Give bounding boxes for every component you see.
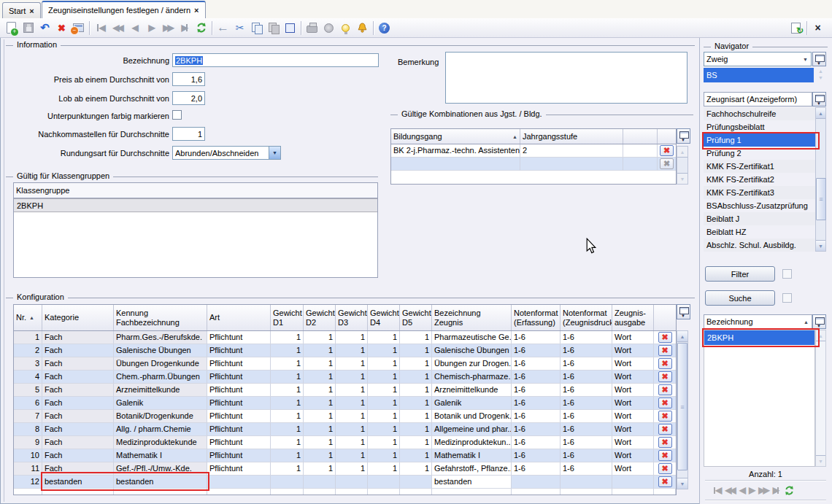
cell-d2[interactable]: 1 xyxy=(304,331,336,344)
scroll-down-icon[interactable]: ▼ xyxy=(677,478,687,489)
cell-d5[interactable]: 1 xyxy=(400,344,432,357)
cell-kategorie[interactable]: Fach xyxy=(42,344,114,357)
column-header[interactable]: Notenformat (Zeugnisdruck) xyxy=(561,305,612,330)
cell-nf_druck[interactable]: 1-6 xyxy=(561,397,612,410)
cell-d1[interactable]: 1 xyxy=(271,436,304,449)
cell-d5[interactable]: 1 xyxy=(400,436,432,449)
select-region-button[interactable] xyxy=(282,20,298,36)
next-record-button[interactable]: ▶ xyxy=(142,20,159,36)
cut-button[interactable]: ✂ xyxy=(231,20,248,36)
cell-nf_druck[interactable]: 1-6 xyxy=(561,357,612,371)
cell-d5[interactable] xyxy=(400,476,432,489)
column-header[interactable]: Gewicht D2 xyxy=(304,305,336,330)
cell-ausgabe[interactable]: Wort xyxy=(612,397,654,410)
cell-nf_erf[interactable]: 1-6 xyxy=(512,449,561,462)
kombinationen-column-chooser-button[interactable] xyxy=(677,128,690,144)
tab-zeugnis-close-icon[interactable]: × xyxy=(194,7,199,14)
konfiguration-column-chooser-button[interactable] xyxy=(677,304,690,319)
cell-art[interactable]: Pflichtunt xyxy=(207,436,271,449)
nachkommastellen-input[interactable]: 1 xyxy=(172,127,205,141)
chevron-down-icon[interactable]: ▼ xyxy=(269,147,280,159)
cell-d1[interactable]: 1 xyxy=(271,331,304,344)
filter-button[interactable]: Filter xyxy=(705,266,775,282)
cell-d4[interactable]: 1 xyxy=(368,423,400,436)
bezeichnung-column-chooser-button[interactable] xyxy=(812,314,826,329)
cell-d4[interactable]: 1 xyxy=(368,449,400,462)
zeugnisart-scrollbar[interactable]: ▲ ≡ ▼ xyxy=(815,107,826,252)
table-row[interactable]: BK 2-j.Pharmaz.-techn. Assistenten2✖ xyxy=(391,144,676,158)
cell-d2[interactable]: 1 xyxy=(304,436,336,449)
zeugnisart-item[interactable]: Beiblatt J xyxy=(704,212,815,225)
table-row[interactable]: 12bestandenbestandenbestanden✖ xyxy=(14,476,676,489)
cell-nf_erf[interactable]: 1-6 xyxy=(512,371,561,384)
cell-nr[interactable]: 3 xyxy=(14,357,42,371)
cell-ausgabe[interactable]: Wort xyxy=(612,331,654,344)
cell-ausgabe[interactable]: Wort xyxy=(612,436,654,449)
cell-nf_druck[interactable]: 1-6 xyxy=(561,410,612,423)
cell-zeugnis[interactable]: Medizinproduktekun... xyxy=(432,436,512,449)
cell-kennung[interactable]: Arzneimittelkunde xyxy=(114,384,207,397)
column-header[interactable]: Gewicht D5 xyxy=(400,305,432,330)
zeugnisart-header[interactable]: Zeugnisart (Anzeigeform) xyxy=(704,92,812,106)
cell-nf_erf[interactable]: 1-6 xyxy=(512,410,561,423)
cell-ausgabe[interactable]: Wort xyxy=(612,410,654,423)
bezeichnung-item[interactable]: 2BKPH xyxy=(704,330,814,345)
undo-button[interactable]: ↶ xyxy=(36,20,53,36)
refresh-icon[interactable] xyxy=(784,485,795,496)
delete-row-button[interactable]: ✖ xyxy=(658,424,672,435)
delete-row-button[interactable]: ✖ xyxy=(658,371,672,382)
cell-d1[interactable] xyxy=(271,476,304,489)
cell-zeugnis[interactable]: Allgemeine und phar... xyxy=(432,423,512,436)
cell-d5[interactable]: 1 xyxy=(400,331,432,344)
cell-d1[interactable]: 1 xyxy=(271,384,304,397)
cell-d1[interactable]: 1 xyxy=(271,462,304,476)
first-record-button[interactable]: ◀ xyxy=(92,20,109,36)
cell-kategorie[interactable]: Fach xyxy=(42,449,114,462)
cell-d2[interactable]: 1 xyxy=(304,449,336,462)
fast-next-button[interactable]: ▶▶ xyxy=(159,20,176,36)
cell-kategorie[interactable]: bestanden xyxy=(42,476,114,489)
zeugnisart-item[interactable]: KMK FS-Zertifikat3 xyxy=(704,186,815,199)
zweig-item-bs[interactable]: BS xyxy=(704,68,814,82)
column-header[interactable]: Nr.▲ xyxy=(14,305,42,330)
column-header[interactable]: Gewicht D4 xyxy=(368,305,400,330)
delete-row-button[interactable]: ✖ xyxy=(660,145,674,156)
cell-d5[interactable]: 1 xyxy=(400,397,432,410)
cell-nf_druck[interactable]: 1-6 xyxy=(561,436,612,449)
hint-button[interactable] xyxy=(337,20,354,36)
cell-nr[interactable]: 10 xyxy=(14,449,42,462)
cell-nr[interactable]: 9 xyxy=(14,436,42,449)
cell-ausgabe[interactable]: Wort xyxy=(612,371,654,384)
table-row[interactable]: 4FachChem.-pharm.ÜbungenPflichtunt11111C… xyxy=(14,371,676,384)
scroll-up-icon[interactable]: ▲ xyxy=(816,108,825,119)
cell-kennung[interactable]: Gef.-/Pfl.-/Umw.-Kde. xyxy=(114,462,207,476)
cell-kennung[interactable]: Galenik xyxy=(114,397,207,410)
cell-d3[interactable]: 1 xyxy=(336,410,368,423)
cell-d1[interactable]: 1 xyxy=(271,423,304,436)
column-header-klassengruppe[interactable]: Klassengruppe xyxy=(14,183,377,198)
cell-ausgabe[interactable]: Wort xyxy=(612,357,654,371)
cell-nf_erf[interactable]: 1-6 xyxy=(512,357,561,371)
cell-d4[interactable]: 1 xyxy=(368,344,400,357)
next-record-button[interactable]: ▶ xyxy=(749,485,753,495)
cell-nf_erf[interactable]: 1-6 xyxy=(512,436,561,449)
bemerkung-textarea[interactable] xyxy=(445,52,687,104)
cell-d5[interactable]: 1 xyxy=(400,357,432,371)
cell-nf_erf[interactable]: 1-6 xyxy=(512,423,561,436)
cell-d2[interactable] xyxy=(304,476,336,489)
column-header[interactable]: Bezeichnung Zeugnis xyxy=(432,305,512,330)
cell-nf_erf[interactable]: 1-6 xyxy=(512,384,561,397)
delete-row-button[interactable]: ✖ xyxy=(658,345,672,356)
cell-nf_erf[interactable] xyxy=(512,476,561,489)
cell-nf_erf[interactable]: 1-6 xyxy=(512,397,561,410)
cell-nr[interactable]: 12 xyxy=(14,476,42,489)
cell-d3[interactable] xyxy=(336,476,368,489)
column-header[interactable]: Gewicht D3 xyxy=(336,305,368,330)
table-row[interactable]: 6FachGalenikPflichtunt11111Galenik1-61-6… xyxy=(14,397,676,410)
preview-button[interactable] xyxy=(320,20,337,36)
lob-input[interactable]: 2,0 xyxy=(172,91,205,105)
cell-d3[interactable]: 1 xyxy=(336,397,368,410)
cell-d5[interactable]: 1 xyxy=(400,410,432,423)
cell-kategorie[interactable]: Fach xyxy=(42,384,114,397)
cell-kennung[interactable]: Pharm.Ges.-/Berufskde. xyxy=(114,331,207,344)
